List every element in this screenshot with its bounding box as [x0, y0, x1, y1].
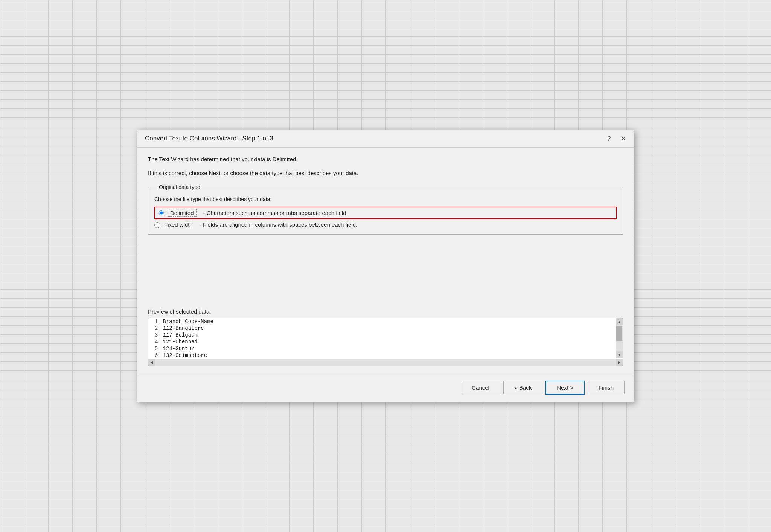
main-dialog: Convert Text to Columns Wizard - Step 1 …: [137, 130, 634, 402]
row-number: 1: [148, 318, 160, 325]
preview-scrollbar-vertical[interactable]: ▲ ▼: [616, 318, 623, 358]
row-content: 117-Belgaum: [160, 332, 616, 338]
scroll-left-arrow[interactable]: ◀: [148, 359, 155, 366]
preview-data-area: 1Branch Code-Name2112-Bangalore3117-Belg…: [148, 318, 623, 359]
fixed-width-option: Fixed width - Fields are aligned in colu…: [154, 221, 617, 228]
fixed-width-label-text: Fixed width: [164, 221, 193, 228]
row-number: 6: [148, 352, 160, 359]
help-button[interactable]: ?: [605, 134, 613, 143]
original-data-type-group: Original data type Choose the file type …: [148, 184, 623, 235]
row-number: 3: [148, 332, 160, 338]
delimited-label[interactable]: Delimited: [168, 210, 197, 216]
finish-button[interactable]: Finish: [588, 381, 625, 394]
dialog-overlay: Convert Text to Columns Wizard - Step 1 …: [137, 130, 634, 402]
close-button[interactable]: ×: [619, 134, 628, 143]
table-row: 2112-Bangalore: [148, 325, 616, 332]
table-row: 4121-Chennai: [148, 338, 616, 345]
dialog-title: Convert Text to Columns Wizard - Step 1 …: [145, 135, 273, 142]
delimited-option-highlight: Delimited - Characters such as commas or…: [154, 207, 617, 219]
spacer: [148, 240, 623, 300]
table-row: 5124-Guntur: [148, 345, 616, 352]
next-button[interactable]: Next >: [545, 381, 585, 395]
scroll-right-arrow[interactable]: ▶: [616, 359, 623, 366]
row-number: 4: [148, 338, 160, 345]
scroll-down-arrow[interactable]: ▼: [616, 351, 623, 358]
delimited-description: - Characters such as commas or tabs sepa…: [203, 210, 348, 216]
preview-section: Preview of selected data: 1Branch Code-N…: [148, 308, 623, 366]
row-content: 112-Bangalore: [160, 325, 616, 332]
titlebar-buttons: ? ×: [605, 134, 628, 143]
dialog-body: The Text Wizard has determined that your…: [137, 148, 634, 373]
row-content: Branch Code-Name: [160, 318, 616, 325]
preview-body: 1Branch Code-Name2112-Bangalore3117-Belg…: [148, 318, 623, 359]
fixed-width-radio[interactable]: [154, 222, 160, 228]
scroll-thumb[interactable]: [616, 326, 622, 341]
row-content: 124-Guntur: [160, 345, 616, 352]
fixed-width-label[interactable]: Fixed width: [164, 221, 193, 228]
fixed-width-description: - Fields are aligned in columns with spa…: [200, 221, 357, 228]
dialog-footer: Cancel < Back Next > Finish: [137, 375, 634, 402]
scroll-up-arrow[interactable]: ▲: [616, 318, 623, 325]
row-number: 5: [148, 345, 160, 352]
row-content: 132-Coimbatore: [160, 352, 616, 359]
table-row: 1Branch Code-Name: [148, 318, 616, 325]
preview-table: 1Branch Code-Name2112-Bangalore3117-Belg…: [148, 318, 616, 359]
dialog-titlebar: Convert Text to Columns Wizard - Step 1 …: [137, 130, 634, 148]
table-row: 6132-Coimbatore: [148, 352, 616, 359]
delimited-label-box: Delimited: [168, 209, 197, 217]
description-line2: If this is correct, choose Next, or choo…: [148, 169, 623, 178]
row-content: 121-Chennai: [160, 338, 616, 345]
preview-scrollbar-horizontal[interactable]: ◀ ▶: [148, 359, 623, 366]
row-number: 2: [148, 325, 160, 332]
delimited-radio[interactable]: [159, 210, 164, 215]
description-line1: The Text Wizard has determined that your…: [148, 155, 623, 164]
preview-label: Preview of selected data:: [148, 308, 623, 315]
fieldset-subtitle: Choose the file type that best describes…: [154, 196, 617, 202]
preview-container: 1Branch Code-Name2112-Bangalore3117-Belg…: [148, 318, 623, 366]
table-row: 3117-Belgaum: [148, 332, 616, 338]
back-button[interactable]: < Back: [503, 381, 542, 394]
cancel-button[interactable]: Cancel: [461, 381, 500, 394]
preview-inner-wrapper: 1Branch Code-Name2112-Bangalore3117-Belg…: [148, 318, 623, 366]
fieldset-legend: Original data type: [157, 184, 202, 190]
